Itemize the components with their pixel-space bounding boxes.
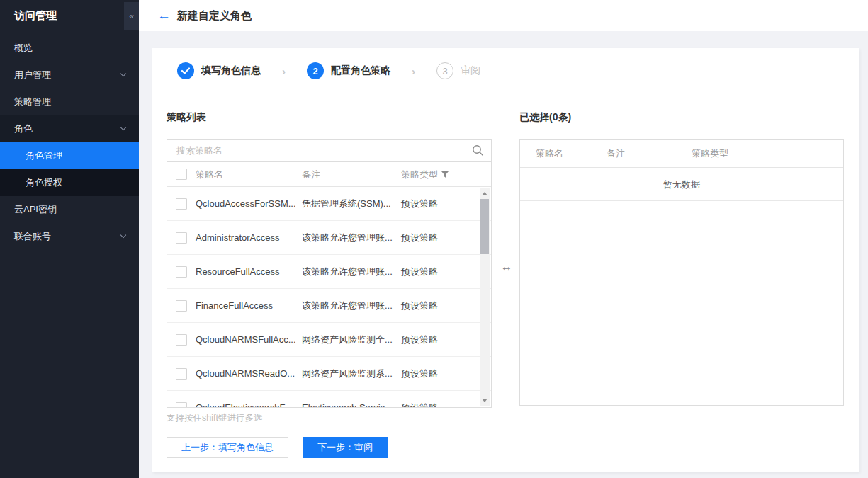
- column-header-note: 备注: [302, 162, 320, 187]
- scrollbar[interactable]: [480, 188, 490, 406]
- scroll-up-icon[interactable]: [482, 192, 487, 195]
- sidebar-item-策略管理[interactable]: 策略管理: [0, 89, 139, 115]
- policy-search[interactable]: 搜索策略名: [167, 140, 491, 162]
- selected-list-box: 策略名 备注 策略类型 暂无数据: [519, 139, 844, 406]
- row-checkbox[interactable]: [176, 198, 187, 210]
- cell-note: 凭据管理系统(SSM)...: [302, 187, 391, 221]
- cell-name: AdministratorAccess: [196, 221, 279, 255]
- step-2: 2 配置角色策略: [307, 62, 390, 79]
- row-checkbox[interactable]: [176, 300, 187, 312]
- table-row[interactable]: FinanceFullAccess该策略允许您管理账...预设策略: [167, 289, 491, 323]
- row-checkbox[interactable]: [176, 368, 187, 380]
- filter-icon[interactable]: [441, 171, 449, 178]
- cell-name: QcloudElasticsearchF...: [196, 391, 292, 408]
- step-3-label: 审阅: [461, 64, 480, 77]
- footer-buttons: 上一步：填写角色信息 下一步：审阅: [167, 437, 388, 458]
- step-3-circle: 3: [436, 62, 453, 79]
- step-2-label: 配置角色策略: [331, 64, 390, 77]
- policy-table-header: 策略名 备注 策略类型: [167, 162, 491, 187]
- sidebar-item-label: 联合账号: [14, 231, 51, 241]
- cell-name: QcloudNARMSReadO...: [196, 357, 295, 391]
- step-separator-icon: ›: [282, 65, 286, 77]
- sidebar-item-联合账号[interactable]: 联合账号: [0, 223, 139, 250]
- sidebar-collapse-button[interactable]: «: [124, 2, 139, 30]
- cell-type: 预设策略: [401, 255, 438, 289]
- chevron-down-icon: [120, 71, 126, 76]
- steps-divider: [165, 93, 847, 93]
- sidebar-item-label: 策略管理: [14, 96, 51, 107]
- page-title: 新建自定义角色: [177, 9, 252, 23]
- column-header-note: 备注: [607, 140, 625, 168]
- search-icon[interactable]: [472, 144, 484, 157]
- sidebar-item-label: 概览: [14, 42, 33, 53]
- cell-type: 预设策略: [401, 357, 438, 391]
- sidebar-item-角色授权[interactable]: 角色授权: [0, 169, 139, 196]
- step-2-circle: 2: [307, 62, 324, 79]
- sidebar-item-概览[interactable]: 概览: [0, 35, 139, 62]
- cell-type: 预设策略: [401, 221, 438, 255]
- cell-note: 该策略允许您管理账...: [302, 255, 393, 289]
- sidebar-item-label: 角色管理: [26, 150, 62, 161]
- column-header-type: 策略类型: [692, 140, 728, 168]
- next-step-button[interactable]: 下一步：审阅: [303, 437, 388, 458]
- scroll-down-icon[interactable]: [482, 399, 487, 402]
- column-header-name: 策略名: [536, 140, 563, 168]
- transfer-arrow-icon: ↔: [499, 260, 514, 274]
- step-1-circle: [177, 62, 194, 79]
- sidebar-item-label: 用户管理: [14, 69, 51, 80]
- cell-name: QcloudNARMSFullAcc...: [196, 323, 296, 357]
- cell-note: 该策略允许您管理账...: [302, 221, 393, 255]
- sidebar-item-用户管理[interactable]: 用户管理: [0, 62, 139, 89]
- table-row[interactable]: QcloudElasticsearchF...Elasticsearch Ser…: [167, 391, 491, 408]
- row-checkbox[interactable]: [176, 402, 187, 409]
- chevron-down-icon: [120, 125, 126, 130]
- row-checkbox[interactable]: [176, 232, 187, 244]
- policy-rows: QcloudAccessForSSM...凭据管理系统(SSM)...预设策略A…: [167, 187, 491, 408]
- table-row[interactable]: ResourceFullAccess该策略允许您管理账...预设策略: [167, 255, 491, 289]
- wizard-card: 填写角色信息 › 2 配置角色策略 › 3 审阅 策略列表 已选择(0条) 搜索…: [152, 48, 859, 472]
- sidebar: 访问管理 « 概览用户管理策略管理角色角色管理角色授权云API密钥联合账号: [0, 0, 139, 478]
- table-row[interactable]: AdministratorAccess该策略允许您管理账...预设策略: [167, 221, 491, 255]
- sidebar-item-角色管理[interactable]: 角色管理: [0, 142, 139, 169]
- table-row[interactable]: QcloudAccessForSSM...凭据管理系统(SSM)...预设策略: [167, 187, 491, 221]
- row-checkbox[interactable]: [176, 266, 187, 278]
- cell-name: FinanceFullAccess: [196, 289, 273, 323]
- scroll-thumb[interactable]: [480, 199, 489, 254]
- selected-table-header: 策略名 备注 策略类型: [520, 140, 843, 168]
- cell-note: 网络资产风险监测全...: [302, 323, 393, 357]
- sidebar-title: 访问管理: [14, 0, 57, 31]
- sidebar-item-label: 角色: [14, 123, 33, 134]
- chevron-down-icon: [120, 232, 126, 238]
- policy-list-box: 搜索策略名 策略名 备注 策略类型 QcloudAccessForSSM...凭…: [167, 139, 492, 408]
- search-input[interactable]: 搜索策略名: [176, 140, 222, 162]
- cell-type: 预设策略: [401, 289, 438, 323]
- sidebar-item-label: 云API密钥: [14, 204, 57, 215]
- selected-panel-title: 已选择(0条): [519, 111, 571, 124]
- table-row[interactable]: QcloudNARMSReadO...网络资产风险监测系...预设策略: [167, 357, 491, 391]
- check-icon: [181, 67, 190, 74]
- select-all-checkbox[interactable]: [176, 169, 187, 180]
- column-header-name: 策略名: [196, 162, 223, 187]
- cell-name: ResourceFullAccess: [196, 255, 280, 289]
- cell-type: 预设策略: [401, 391, 438, 408]
- back-arrow-icon[interactable]: ←: [157, 8, 171, 23]
- row-checkbox[interactable]: [176, 334, 187, 346]
- topbar: ← 新建自定义角色: [139, 0, 868, 31]
- multi-select-hint: 支持按住shift键进行多选: [167, 412, 262, 424]
- sidebar-item-角色[interactable]: 角色: [0, 115, 139, 142]
- table-row[interactable]: QcloudNARMSFullAcc...网络资产风险监测全...预设策略: [167, 323, 491, 357]
- column-header-type[interactable]: 策略类型: [401, 162, 449, 187]
- step-1-label: 填写角色信息: [201, 64, 261, 77]
- prev-step-button[interactable]: 上一步：填写角色信息: [167, 437, 288, 458]
- policy-list-title: 策略列表: [167, 111, 206, 124]
- sidebar-header: 访问管理 «: [0, 0, 139, 31]
- step-separator-icon: ›: [412, 65, 415, 77]
- sidebar-item-云API密钥[interactable]: 云API密钥: [0, 196, 139, 223]
- cell-note: Elasticsearch Servic...: [302, 391, 393, 408]
- cell-note: 该策略允许您管理账...: [302, 289, 393, 323]
- cell-note: 网络资产风险监测系...: [302, 357, 393, 391]
- collapse-icon: «: [129, 11, 134, 21]
- cell-type: 预设策略: [401, 323, 438, 357]
- sidebar-item-label: 角色授权: [26, 177, 62, 188]
- step-indicator: 填写角色信息 › 2 配置角色策略 › 3 审阅: [177, 62, 480, 79]
